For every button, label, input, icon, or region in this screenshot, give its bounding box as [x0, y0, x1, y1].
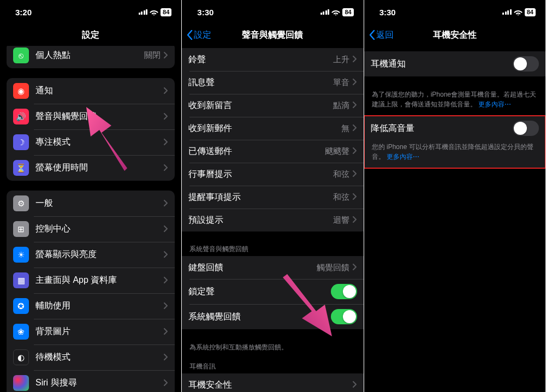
headphone-notifications-toggle[interactable]: [513, 56, 539, 72]
chevron-right-icon: [353, 192, 357, 202]
section-header: 耳機音訊: [182, 359, 363, 373]
settings-pane: 3:20 84 設定 ⎋ 個人熱點 關閉 ◉ 通知 🔊 聲音與觸覺回饋 ☽ 專注…: [0, 0, 182, 392]
status-indicators: 84: [139, 8, 172, 16]
row-general[interactable]: ⚙ 一般: [7, 191, 175, 216]
chevron-left-icon: [186, 30, 193, 40]
row-new-mail[interactable]: 收到新郵件無: [182, 117, 363, 140]
row-label: 收到新留言: [188, 100, 333, 111]
row-voicemail[interactable]: 收到新留言點滴: [182, 94, 363, 117]
row-label: 輔助使用: [35, 300, 164, 312]
row-label: 專注模式: [35, 136, 164, 148]
row-value: 觸覺回饋: [317, 263, 349, 273]
chevron-right-icon: [353, 169, 357, 179]
screentime-icon: ⏳: [13, 160, 29, 176]
row-hotspot[interactable]: ⎋ 個人熱點 關閉: [7, 46, 175, 68]
row-siri[interactable]: Siri 與搜尋: [7, 370, 175, 392]
row-label: 鎖定聲: [188, 286, 330, 298]
back-button[interactable]: 返回: [369, 29, 394, 41]
lock-sound-toggle[interactable]: [331, 284, 357, 299]
row-focus[interactable]: ☽ 專注模式: [7, 129, 175, 155]
row-label: 訊息聲: [188, 77, 333, 88]
chevron-right-icon: [164, 199, 168, 209]
system-haptics-toggle[interactable]: [331, 309, 357, 324]
status-indicators: 84: [321, 8, 354, 16]
reduce-loud-toggle[interactable]: [513, 121, 539, 136]
nav-bar: 設定 聲音與觸覺回饋: [182, 24, 363, 46]
row-label: 降低高音量: [371, 123, 513, 134]
group-headphone-audio: 耳機安全性 個人化空間音訊開啟: [182, 373, 363, 392]
status-time: 3:30: [379, 8, 396, 17]
row-value: 點滴: [333, 100, 349, 111]
standby-icon: ◐: [13, 349, 29, 365]
row-label: 預設提示: [188, 215, 333, 226]
hotspot-icon: ⎋: [13, 47, 29, 63]
row-wallpaper[interactable]: ❀ 背景圖片: [7, 319, 175, 345]
row-value: 颼颼聲: [325, 146, 349, 157]
row-label: 聲音與觸覺回饋: [35, 111, 164, 122]
row-lock-sound[interactable]: 鎖定聲: [182, 279, 363, 304]
chevron-right-icon: [353, 146, 357, 156]
chevron-right-icon: [164, 51, 168, 61]
wifi-icon: [150, 9, 158, 15]
nav-bar: 設定: [0, 24, 181, 46]
row-homescreen[interactable]: ▦ 主畫面與 App 資料庫: [7, 268, 175, 293]
row-reminder[interactable]: 提醒事項提示和弦: [182, 186, 363, 209]
section-footer: 為了保護您的聽力，iPhone會測量耳機音量。若超過七天建議上限，會傳送通知並降…: [364, 86, 545, 116]
row-sounds[interactable]: 🔊 聲音與觸覺回饋: [7, 104, 175, 129]
row-keyboard[interactable]: 鍵盤回饋觸覺回饋: [182, 256, 363, 279]
chevron-right-icon: [353, 78, 357, 87]
row-value: 關閉: [144, 50, 161, 61]
wifi-icon: [514, 9, 523, 15]
chevron-right-icon: [164, 327, 168, 337]
group-general: ⚙ 一般 ⊞ 控制中心 ☀ 螢幕顯示與亮度 ▦ 主畫面與 App 資料庫 ✪ 輔…: [7, 191, 175, 392]
chevron-right-icon: [353, 215, 357, 225]
row-display[interactable]: ☀ 螢幕顯示與亮度: [7, 242, 175, 268]
status-bar: 3:30 84: [364, 0, 545, 24]
row-default[interactable]: 預設提示迴響: [182, 209, 363, 231]
chevron-right-icon: [353, 263, 357, 272]
row-label: 鍵盤回饋: [188, 262, 316, 274]
sounds-icon: 🔊: [13, 109, 29, 124]
row-label: 行事曆提示: [188, 169, 333, 180]
row-calendar[interactable]: 行事曆提示和弦: [182, 163, 363, 186]
row-headphone-safety[interactable]: 耳機安全性: [182, 373, 363, 392]
general-icon: ⚙: [13, 195, 29, 211]
row-value: 迴響: [333, 215, 349, 225]
row-control-center[interactable]: ⊞ 控制中心: [7, 216, 175, 242]
group-notifications: ◉ 通知 🔊 聲音與觸覺回饋 ☽ 專注模式 ⏳ 螢幕使用時間: [7, 78, 175, 181]
row-system-haptics[interactable]: 系統觸覺回饋: [182, 304, 363, 329]
row-label: 耳機安全性: [188, 379, 352, 391]
row-sent-mail[interactable]: 已傳送郵件颼颼聲: [182, 140, 363, 163]
more-link[interactable]: 更多內容⋯: [387, 153, 419, 161]
row-screentime[interactable]: ⏳ 螢幕使用時間: [7, 155, 175, 181]
row-ringtone[interactable]: 鈴聲上升: [182, 48, 363, 71]
row-value: 和弦: [333, 192, 349, 203]
chevron-right-icon: [164, 378, 168, 388]
back-label: 返回: [376, 29, 394, 41]
row-reduce-loud[interactable]: 降低高音量: [364, 116, 545, 141]
chevron-right-icon: [164, 86, 168, 96]
chevron-right-icon: [353, 380, 357, 390]
row-label: 個人熱點: [35, 50, 144, 61]
row-headphone-notifications[interactable]: 耳機通知: [364, 51, 545, 76]
group-hotspot: ⎋ 個人熱點 關閉: [7, 46, 175, 68]
row-text-tone[interactable]: 訊息聲單音: [182, 71, 363, 94]
group-headphone-notifications: 耳機通知: [364, 51, 545, 76]
row-value: 單音: [333, 78, 349, 88]
sounds-pane: 3:30 84 設定 聲音與觸覺回饋 鈴聲上升 訊息聲單音 收到新留言點滴 收到…: [182, 0, 364, 392]
row-accessibility[interactable]: ✪ 輔助使用: [7, 293, 175, 319]
group-system-sounds: 鍵盤回饋觸覺回饋 鎖定聲 系統觸覺回饋: [182, 256, 363, 329]
row-notifications[interactable]: ◉ 通知: [7, 78, 175, 104]
row-standby[interactable]: ◐ 待機模式: [7, 345, 175, 370]
row-label: 螢幕使用時間: [35, 162, 164, 174]
chevron-right-icon: [353, 123, 357, 133]
section-header: 系統聲音與觸覺回饋: [182, 241, 363, 256]
row-label: 螢幕顯示與亮度: [35, 249, 164, 260]
back-button[interactable]: 設定: [186, 29, 211, 41]
nav-bar: 返回 耳機安全性: [364, 24, 545, 46]
status-time: 3:20: [15, 8, 32, 17]
row-value: 無: [341, 123, 349, 134]
focus-icon: ☽: [13, 134, 29, 150]
more-link[interactable]: 更多內容⋯: [478, 100, 511, 108]
siri-icon: [13, 375, 29, 391]
